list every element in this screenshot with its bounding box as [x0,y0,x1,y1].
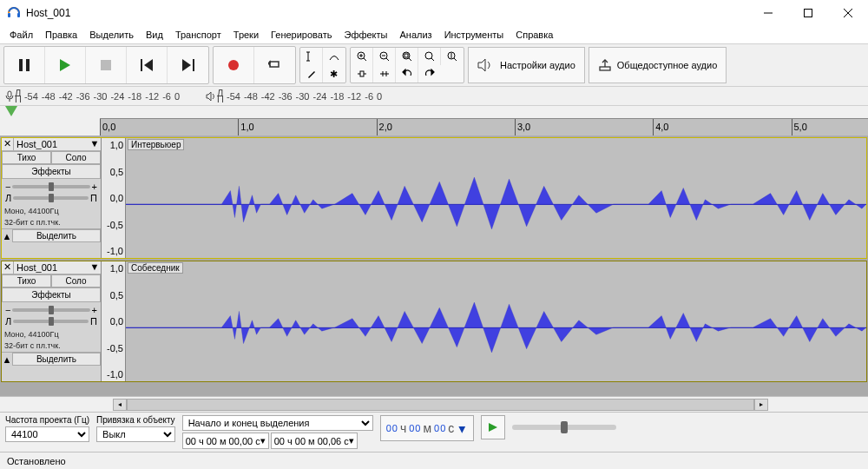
selection-start-time[interactable]: 00 ч 00 м 00,00 с▾ [182,433,269,449]
playhead-pin-icon[interactable] [5,106,17,116]
solo-button[interactable]: Соло [51,151,101,164]
collapse-icon[interactable]: ▲ [2,354,12,365]
envelope-tool-button[interactable] [323,48,345,65]
fit-project-button[interactable] [418,48,441,65]
select-track-button[interactable]: Выделить [12,229,101,242]
menu-analyze[interactable]: Анализ [394,28,438,42]
mute-button[interactable]: Тихо [2,274,51,287]
play-at-speed-button[interactable] [481,415,505,439]
waveform-area[interactable]: Интервьюер [126,138,866,258]
collapse-icon[interactable]: ▲ [2,231,12,241]
svg-rect-7 [26,59,30,71]
window-title: Host_001 [26,7,748,19]
skip-start-button[interactable] [127,47,168,83]
svg-marker-43 [478,59,485,71]
close-button[interactable] [828,0,868,26]
menu-file[interactable]: Файл [3,28,39,42]
select-track-button[interactable]: Выделить [12,353,101,366]
zoom-in-button[interactable] [351,48,373,65]
meters-bar: ЛП -54-48-42-36-30-24-18-12-60 ЛП -54-48… [0,87,868,106]
svg-line-25 [386,58,389,61]
clip-label[interactable]: Собеседник [128,262,183,274]
snap-label: Привязка к объекту [96,415,175,425]
menu-generate[interactable]: Генерировать [265,28,338,42]
audio-position[interactable]: 00ч 00м 00с▾ [380,415,475,441]
svg-line-33 [454,58,457,61]
svg-rect-1 [17,13,20,17]
gain-slider[interactable] [12,308,89,312]
svg-marker-11 [144,59,153,71]
undo-button[interactable] [396,65,418,83]
skip-end-button[interactable] [168,47,208,83]
track-close-button[interactable]: ✕ [2,138,14,150]
menu-edit[interactable]: Правка [39,28,83,42]
vertical-scale: 1,00,50,0-0,5-1,0 [102,138,126,258]
pan-slider[interactable] [13,320,89,323]
menu-help[interactable]: Справка [510,28,559,42]
selection-tool-button[interactable] [300,48,323,65]
scroll-left-button[interactable]: ◂ [113,399,127,411]
selection-mode-select[interactable]: Начало и конец выделения [182,415,373,431]
scroll-right-button[interactable]: ▸ [754,399,768,411]
timeline[interactable]: 0,0 1,0 2,0 3,0 4,0 5,0 [0,106,868,136]
minimize-button[interactable] [748,0,788,26]
menu-transport[interactable]: Транспорт [169,28,227,42]
loop-button[interactable] [254,47,295,83]
draw-tool-button[interactable] [300,65,323,83]
track-close-button[interactable]: ✕ [2,261,14,274]
svg-rect-13 [193,59,194,71]
track-panel: ✕Host_001▼ ТихоСоло Эффекты −+ ЛП Моно, … [2,138,102,258]
pause-button[interactable] [4,47,45,83]
menu-tools[interactable]: Инструменты [438,28,510,42]
zoom-out-button[interactable] [373,48,396,65]
vertical-scale: 1,00,50,0-0,5-1,0 [102,261,126,381]
titlebar: Host_001 [0,0,868,26]
pan-slider[interactable] [13,196,89,200]
toolbar-main: ✱ Настройки аудио Общедоступное аудио [0,43,868,87]
menu-select[interactable]: Выделить [83,28,140,42]
svg-marker-15 [268,62,270,65]
track-menu-button[interactable]: ▼ [89,138,101,150]
time-ruler[interactable]: 0,0 1,0 2,0 3,0 4,0 5,0 [100,118,868,135]
svg-rect-6 [19,59,23,71]
redo-button[interactable] [418,65,441,83]
mute-button[interactable]: Тихо [2,151,51,164]
trim-button[interactable] [351,65,373,83]
effects-button[interactable]: Эффекты [2,287,101,302]
menu-tracks[interactable]: Треки [227,28,265,42]
svg-rect-9 [101,60,111,70]
clip-label[interactable]: Интервьюер [128,139,184,150]
effects-button[interactable]: Эффекты [2,164,101,179]
play-button[interactable] [45,47,86,83]
silence-button[interactable] [373,65,396,83]
record-button[interactable] [214,47,254,83]
selection-toolbar: Частота проекта (Гц) 44100 Привязка к об… [0,412,868,452]
multi-tool-button[interactable]: ✱ [323,65,345,83]
statusbar: Остановлено [0,452,868,469]
selection-end-time[interactable]: 00 ч 00 м 00,06 с▾ [271,433,358,449]
playback-speed-slider[interactable] [512,425,616,430]
project-rate-select[interactable]: 44100 [5,426,89,442]
svg-marker-8 [60,59,70,71]
playback-meter[interactable]: ЛП -54-48-42-36-30-24-18-12-60 [206,90,384,102]
audio-setup-button[interactable]: Настройки аудио [468,47,585,83]
horizontal-scrollbar[interactable]: ◂ ▸ [0,396,868,412]
snap-select[interactable]: Выкл [96,426,175,442]
menu-effects[interactable]: Эффекты [338,28,393,42]
gain-slider[interactable] [12,185,89,188]
mic-icon [5,90,14,102]
solo-button[interactable]: Соло [51,274,101,287]
zoom-toggle-button[interactable] [441,48,464,65]
share-audio-button[interactable]: Общедоступное аудио [589,47,727,83]
waveform-area[interactable]: Собеседник [126,261,866,381]
svg-text:✱: ✱ [330,69,338,79]
maximize-button[interactable] [788,0,828,26]
speaker-icon [477,58,495,72]
menu-view[interactable]: Вид [140,28,169,42]
svg-rect-44 [600,67,610,70]
svg-rect-46 [8,91,11,97]
record-meter[interactable]: ЛП -54-48-42-36-30-24-18-12-60 [5,90,181,102]
track-menu-button[interactable]: ▼ [89,261,101,274]
stop-button[interactable] [86,47,127,83]
fit-selection-button[interactable] [396,48,418,65]
